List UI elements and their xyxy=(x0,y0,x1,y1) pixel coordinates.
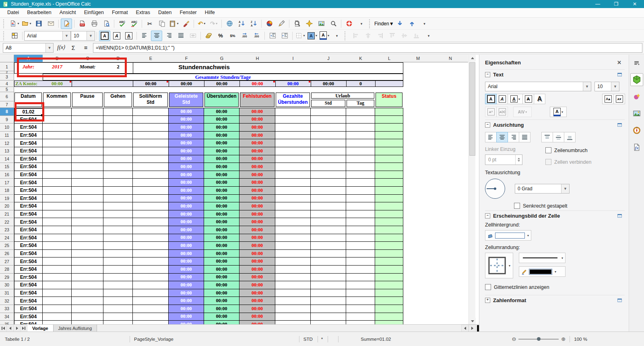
cell-B26[interactable] xyxy=(43,250,72,258)
row-header-18[interactable]: 18 xyxy=(0,187,14,195)
cell-A25[interactable]: Err:504 xyxy=(14,242,43,250)
cell-H35[interactable]: 00:00 xyxy=(239,321,275,324)
cell-F31[interactable]: 00:00 xyxy=(169,289,204,297)
cell-L28[interactable] xyxy=(375,266,403,274)
cell-F30[interactable]: 00:00 xyxy=(169,281,204,289)
cell-F29[interactable]: 00:00 xyxy=(169,274,204,282)
cell-K23[interactable] xyxy=(346,226,375,234)
cell-B28[interactable] xyxy=(43,266,72,274)
cell-K34[interactable] xyxy=(346,313,375,321)
section-cell-appearance[interactable]: − Erscheinungsbild der Zelle xyxy=(485,210,625,220)
cell-monat-label[interactable]: Monat: xyxy=(72,62,103,71)
align-objects-right-button[interactable] xyxy=(374,31,386,41)
cell-E34[interactable] xyxy=(133,313,169,321)
hyperlink-button[interactable] xyxy=(224,19,235,29)
cell-E11[interactable] xyxy=(133,132,169,140)
cell-F8[interactable]: 00:00 xyxy=(169,108,204,116)
cell-J28[interactable] xyxy=(311,266,346,274)
cell-G27[interactable]: 00:00 xyxy=(204,257,239,266)
functions-deck-icon[interactable]: fx xyxy=(630,141,643,154)
row-header-22[interactable]: 22 xyxy=(0,218,14,226)
cell-E30[interactable] xyxy=(133,281,169,289)
row-header-33[interactable]: 33 xyxy=(0,305,14,313)
cell-L35[interactable] xyxy=(375,321,403,324)
find-dropdown[interactable]: ▼ xyxy=(389,21,394,27)
cell-I16[interactable] xyxy=(275,171,311,179)
cell-jahr-value[interactable]: 2017 xyxy=(43,62,72,71)
rotation-degree-select[interactable]: 0 Grad ▼ xyxy=(515,184,570,194)
sidebar-italic-button[interactable]: A xyxy=(496,94,508,104)
cell-I33[interactable] xyxy=(275,305,311,313)
cell-A31[interactable]: Err:504 xyxy=(14,289,43,297)
cell-E31[interactable] xyxy=(133,289,169,297)
cell-D26[interactable] xyxy=(103,250,133,258)
menu-item-bearbeiten[interactable]: Bearbeiten xyxy=(23,8,55,17)
cell-L20[interactable] xyxy=(375,202,403,210)
cell-E33[interactable] xyxy=(133,305,169,313)
cell-G17[interactable]: 00:00 xyxy=(204,179,239,187)
standard-format-button[interactable]: $% xyxy=(227,31,238,41)
cell-B23[interactable] xyxy=(43,226,72,234)
cell-D33[interactable] xyxy=(103,305,133,313)
cell-H21[interactable]: 00:00 xyxy=(239,210,275,218)
cell-J17[interactable] xyxy=(311,179,346,187)
print-button[interactable] xyxy=(89,19,100,29)
cell-L27[interactable] xyxy=(375,257,403,266)
cell-B18[interactable] xyxy=(43,187,72,195)
cell-I8[interactable] xyxy=(275,108,311,116)
cell-C9[interactable] xyxy=(72,116,103,124)
cell-A11[interactable]: Err:504 xyxy=(14,132,43,140)
cell-K18[interactable] xyxy=(346,187,375,195)
cell-F17[interactable]: 00:00 xyxy=(169,179,204,187)
indent-stepper[interactable]: 0 pt xyxy=(485,154,522,165)
properties-deck-icon[interactable] xyxy=(630,73,643,86)
save-button[interactable] xyxy=(33,19,44,29)
cell-E16[interactable] xyxy=(133,171,169,179)
cell-H32[interactable]: 00:00 xyxy=(239,297,275,305)
cell-G29[interactable]: 00:00 xyxy=(204,274,239,282)
cell-C21[interactable] xyxy=(72,210,103,218)
cell-D32[interactable] xyxy=(103,297,133,305)
borders-button[interactable]: ▾ xyxy=(295,31,306,41)
collapse-icon[interactable]: − xyxy=(485,72,490,77)
cell-H18[interactable]: 00:00 xyxy=(239,187,275,195)
align-justify-button[interactable] xyxy=(175,31,186,41)
navigator-deck-icon[interactable]: N xyxy=(630,124,643,137)
cell-G20[interactable]: 00:00 xyxy=(204,202,239,210)
row-header-21[interactable]: 21 xyxy=(0,210,14,218)
cell-F23[interactable]: 00:00 xyxy=(169,226,204,234)
cell-B10[interactable] xyxy=(43,124,72,132)
cell-E32[interactable] xyxy=(133,297,169,305)
cell-C11[interactable] xyxy=(72,132,103,140)
cell-G34[interactable]: 00:00 xyxy=(204,313,239,321)
restore-button[interactable]: ❐ xyxy=(607,0,625,8)
cell-D13[interactable] xyxy=(103,147,133,155)
column-header-B[interactable]: B xyxy=(43,55,72,62)
cell-L33[interactable] xyxy=(375,305,403,313)
align-top-button[interactable] xyxy=(541,132,553,142)
cell-G19[interactable]: 00:00 xyxy=(204,195,239,203)
cell-I9[interactable] xyxy=(275,116,311,124)
cell-D29[interactable] xyxy=(103,274,133,282)
cell-G10[interactable]: 00:00 xyxy=(204,124,239,132)
cell-C23[interactable] xyxy=(72,226,103,234)
header-ueberstunden[interactable]: Überstunden xyxy=(204,93,239,107)
row-header-15[interactable]: 15 xyxy=(0,163,14,171)
cell-E12[interactable] xyxy=(133,139,169,147)
cell-A18[interactable]: Err:504 xyxy=(14,187,43,195)
decrease-indent-button[interactable] xyxy=(267,31,278,41)
increase-indent-button[interactable] xyxy=(279,31,290,41)
cell-H13[interactable]: 00:00 xyxy=(239,147,275,155)
cell-A12[interactable]: Err:504 xyxy=(14,139,43,147)
cell-C32[interactable] xyxy=(72,297,103,305)
cell-D11[interactable] xyxy=(103,132,133,140)
cell-K31[interactable] xyxy=(346,289,375,297)
cell-I27[interactable] xyxy=(275,257,311,266)
cell-J22[interactable] xyxy=(311,218,346,226)
cell-A23[interactable]: Err:504 xyxy=(14,226,43,234)
cell-D8[interactable] xyxy=(103,108,133,116)
cell-A26[interactable]: Err:504 xyxy=(14,250,43,258)
find-up-button[interactable] xyxy=(407,19,418,29)
cell-J35[interactable] xyxy=(311,321,346,324)
cell-E19[interactable] xyxy=(133,195,169,203)
